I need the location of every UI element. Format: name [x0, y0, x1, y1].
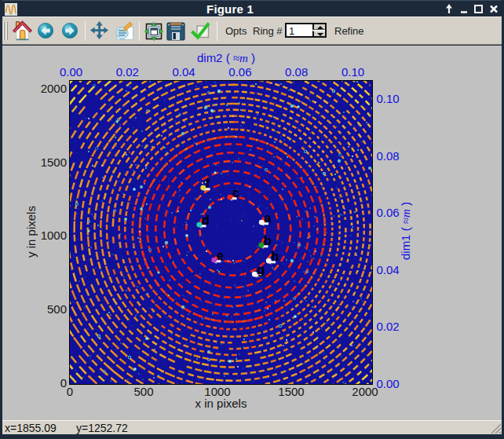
- svg-text:h: h: [272, 250, 279, 263]
- svg-text:d: d: [202, 214, 210, 227]
- svg-text:e: e: [217, 249, 224, 262]
- svg-text:c: c: [232, 186, 239, 199]
- svg-text:b: b: [264, 234, 272, 247]
- svg-text:a: a: [265, 211, 272, 225]
- svg-text:g: g: [257, 263, 265, 276]
- svg-text:f: f: [206, 177, 210, 190]
